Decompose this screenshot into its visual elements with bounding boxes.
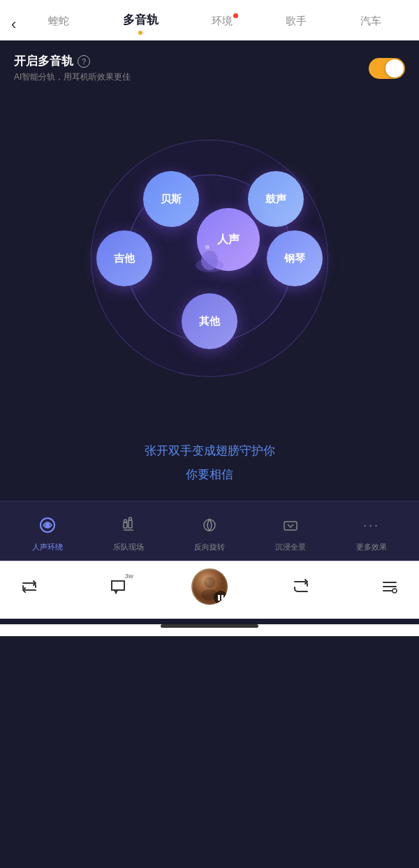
help-icon[interactable]: ? [78, 55, 90, 68]
playlist-button[interactable] [374, 571, 405, 602]
svg-point-12 [209, 519, 211, 521]
effect-band-live[interactable]: 乐队现场 [108, 513, 149, 552]
svg-point-15 [204, 577, 215, 588]
back-button[interactable]: ‹ [11, 15, 16, 34]
immersive-icon [278, 513, 303, 538]
effect-vocal-env[interactable]: 人声环绕 [27, 513, 68, 552]
effects-bar: 人声环绕 乐队现场 [0, 501, 419, 561]
effect-reverse[interactable]: 反向旋转 [189, 513, 230, 552]
player-bar: 3w [0, 561, 419, 619]
effect-more[interactable]: ··· 更多效果 [351, 513, 392, 552]
track-guitar[interactable]: 吉他 [96, 230, 152, 286]
lyrics-line1: 张开双手变成翅膀守护你 [14, 439, 405, 463]
vocal-env-icon [35, 513, 60, 538]
setting-row: 开启多音轨 ? AI智能分轨，用耳机听效果更佳 [0, 41, 419, 87]
svg-rect-7 [128, 520, 132, 528]
nav-tab-environment[interactable]: 环境 [212, 15, 233, 31]
chat-button[interactable]: 3w [103, 571, 133, 602]
visualizer-area: 贝斯 鼓声 吉他 钢琴 其他 人声 [0, 87, 419, 422]
home-indicator [161, 624, 258, 628]
multitrack-toggle[interactable] [369, 58, 405, 79]
svg-rect-18 [221, 595, 223, 601]
svg-point-5 [45, 523, 50, 527]
svg-point-22 [392, 589, 397, 593]
svg-point-11 [204, 520, 215, 531]
immersive-label: 沉浸全景 [275, 542, 306, 552]
pause-overlay [214, 591, 228, 605]
setting-title-row: 开启多音轨 ? [14, 53, 131, 69]
svg-point-9 [129, 517, 132, 520]
reverse-label: 反向旋转 [194, 542, 225, 552]
nav-tab-car[interactable]: 汽车 [360, 15, 381, 31]
vis-container: 贝斯 鼓声 吉他 钢琴 其他 人声 [84, 133, 335, 384]
svg-point-8 [124, 520, 127, 522]
nav-tabs: 蝰蛇 多音轨 环境 歌手 汽车 [22, 12, 408, 36]
band-live-icon [116, 513, 141, 538]
svg-rect-17 [218, 595, 220, 601]
nav-tab-singer[interactable]: 歌手 [286, 15, 307, 31]
nav-tab-multitrack[interactable]: 多音轨 [123, 12, 159, 31]
reverse-icon [197, 513, 222, 538]
repeat-button[interactable] [14, 571, 45, 602]
home-indicator-bar [0, 624, 419, 636]
lyrics-area: 张开双手变成翅膀守护你 你要相信 [0, 422, 419, 501]
toggle-knob [385, 59, 404, 78]
track-bass[interactable]: 贝斯 [143, 171, 199, 227]
nav-bar: ‹ 蝰蛇 多音轨 环境 歌手 汽车 [0, 0, 419, 41]
nav-tab-bianshe[interactable]: 蝰蛇 [48, 15, 69, 31]
svg-point-3 [205, 245, 210, 249]
band-live-label: 乐队现场 [113, 542, 144, 552]
more-label: 更多效果 [356, 542, 387, 552]
track-piano[interactable]: 钢琴 [267, 230, 323, 286]
track-other[interactable]: 其他 [182, 293, 237, 349]
svg-rect-6 [124, 522, 127, 528]
lyrics-line2: 你要相信 [14, 463, 405, 487]
vocal-env-label: 人声环绕 [32, 542, 63, 552]
player-avatar[interactable] [191, 568, 228, 605]
setting-title: 开启多音轨 [14, 53, 73, 69]
more-icon: ··· [359, 513, 384, 538]
effect-immersive[interactable]: 沉浸全景 [270, 513, 311, 552]
chat-badge: 3w [125, 573, 133, 580]
track-drum[interactable]: 鼓声 [248, 171, 304, 227]
environment-dot [233, 13, 238, 18]
main-content: 开启多音轨 ? AI智能分轨，用耳机听效果更佳 贝斯 鼓声 吉他 钢琴 其他 人… [0, 41, 419, 868]
forward-button[interactable] [286, 571, 316, 602]
svg-rect-13 [284, 522, 297, 530]
setting-subtitle: AI智能分轨，用耳机听效果更佳 [14, 71, 131, 83]
center-figure [182, 230, 237, 286]
svg-point-2 [201, 251, 218, 270]
setting-left: 开启多音轨 ? AI智能分轨，用耳机听效果更佳 [14, 53, 131, 83]
